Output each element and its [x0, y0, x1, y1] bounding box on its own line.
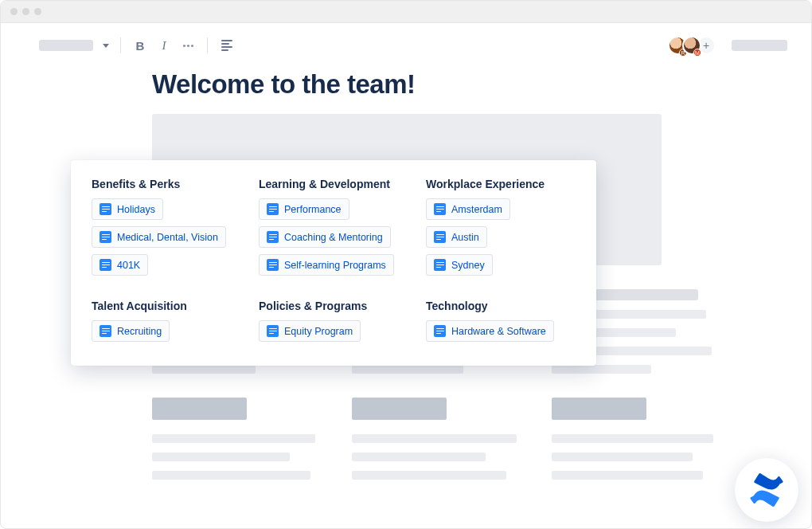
italic-button[interactable]: I	[156, 37, 172, 53]
toolbar-left: B I	[39, 37, 235, 53]
confluence-icon	[748, 471, 786, 509]
app-window: B I R M	[0, 0, 812, 529]
doc-link[interactable]: Coaching & Mentoring	[259, 226, 391, 248]
style-selector[interactable]	[39, 40, 93, 51]
skeleton-line	[552, 434, 713, 443]
document-icon	[100, 231, 111, 243]
skeleton-line	[352, 471, 506, 480]
skeleton-line	[552, 471, 703, 480]
doc-link-label: Austin	[451, 232, 479, 243]
doc-link-label: 401K	[117, 260, 140, 271]
skeleton-line	[152, 434, 315, 443]
more-formatting-button[interactable]	[180, 37, 196, 53]
chevron-down-icon[interactable]	[103, 44, 109, 48]
skeleton-block	[352, 398, 447, 420]
confluence-logo-bubble[interactable]	[735, 458, 798, 522]
toolbar-action-placeholder[interactable]	[732, 40, 787, 51]
category-column: Learning & DevelopmentPerformanceCoachin…	[259, 178, 412, 282]
category-heading: Benefits & Perks	[92, 178, 180, 190]
doc-link[interactable]: Self-learning Programs	[259, 254, 394, 276]
document-icon	[267, 259, 279, 271]
more-horizontal-icon	[183, 45, 193, 47]
document-icon	[434, 203, 446, 215]
category-heading: Policies & Programs	[259, 300, 367, 312]
doc-link-label: Coaching & Mentoring	[284, 232, 383, 243]
doc-link[interactable]: Hardware & Software	[426, 320, 554, 342]
category-column: Workplace ExperienceAmsterdamAustinSydne…	[426, 178, 579, 282]
align-button[interactable]	[219, 37, 235, 53]
skeleton-line	[552, 453, 693, 461]
collaborator-avatars: R M +	[668, 36, 716, 55]
minimize-dot[interactable]	[22, 8, 29, 15]
skeleton-block	[152, 398, 247, 420]
toolbar-divider	[207, 37, 208, 53]
toolbar-right: R M +	[668, 36, 787, 55]
categories-card: Benefits & PerksHolidaysMedical, Dental,…	[71, 160, 596, 366]
skeleton-line	[352, 365, 463, 374]
document-icon	[434, 325, 446, 337]
skeleton-line	[152, 453, 290, 461]
skeleton-line	[152, 365, 256, 374]
category-column: TechnologyHardware & Software	[426, 300, 579, 348]
doc-link-label: Holidays	[117, 204, 155, 215]
category-column: Talent AcquisitionRecruiting	[92, 300, 244, 348]
editor-toolbar: B I R M	[1, 23, 811, 61]
category-heading: Learning & Development	[259, 178, 390, 190]
align-left-icon	[221, 40, 232, 51]
skeleton-line	[352, 434, 517, 443]
doc-link-label: Amsterdam	[451, 204, 502, 215]
doc-link[interactable]: Holidays	[92, 198, 163, 220]
document-icon	[434, 231, 446, 243]
close-dot[interactable]	[10, 8, 18, 15]
document-icon	[100, 259, 111, 271]
doc-link-label: Recruiting	[117, 326, 162, 337]
doc-link[interactable]: Sydney	[426, 254, 493, 276]
category-column: Policies & ProgramsEquity Program	[259, 300, 412, 348]
skeleton-line	[352, 453, 486, 461]
category-heading: Technology	[426, 300, 488, 312]
skeleton-line	[552, 365, 651, 374]
doc-link[interactable]: Equity Program	[259, 320, 361, 342]
document-icon	[267, 231, 279, 243]
doc-link[interactable]: Austin	[426, 226, 487, 248]
category-heading: Workplace Experience	[426, 178, 545, 190]
doc-link-label: Equity Program	[284, 326, 353, 337]
avatar[interactable]: M	[682, 36, 701, 55]
doc-link[interactable]: 401K	[92, 254, 148, 276]
page-title: Welcome to the team!	[152, 69, 724, 100]
bold-button[interactable]: B	[132, 37, 148, 53]
category-column: Benefits & PerksHolidaysMedical, Dental,…	[92, 178, 244, 282]
doc-link-label: Sydney	[451, 260, 485, 271]
document-icon	[100, 203, 111, 215]
document-icon	[267, 203, 279, 215]
document-icon	[434, 259, 446, 271]
doc-link-label: Performance	[284, 204, 342, 215]
doc-link-label: Hardware & Software	[451, 326, 546, 337]
doc-link[interactable]: Amsterdam	[426, 198, 510, 220]
doc-link-label: Self-learning Programs	[284, 260, 386, 271]
avatar-badge: M	[693, 49, 701, 57]
doc-link[interactable]: Performance	[259, 198, 349, 220]
category-heading: Talent Acquisition	[92, 300, 187, 312]
toolbar-divider	[120, 37, 121, 53]
document-icon	[100, 325, 111, 337]
maximize-dot[interactable]	[34, 8, 41, 15]
window-title-bar	[1, 1, 811, 23]
doc-link[interactable]: Medical, Dental, Vision	[92, 226, 226, 248]
doc-link[interactable]: Recruiting	[92, 320, 170, 342]
skeleton-line	[152, 471, 310, 480]
document-icon	[267, 325, 279, 337]
skeleton-block	[552, 398, 646, 420]
doc-link-label: Medical, Dental, Vision	[117, 232, 218, 243]
